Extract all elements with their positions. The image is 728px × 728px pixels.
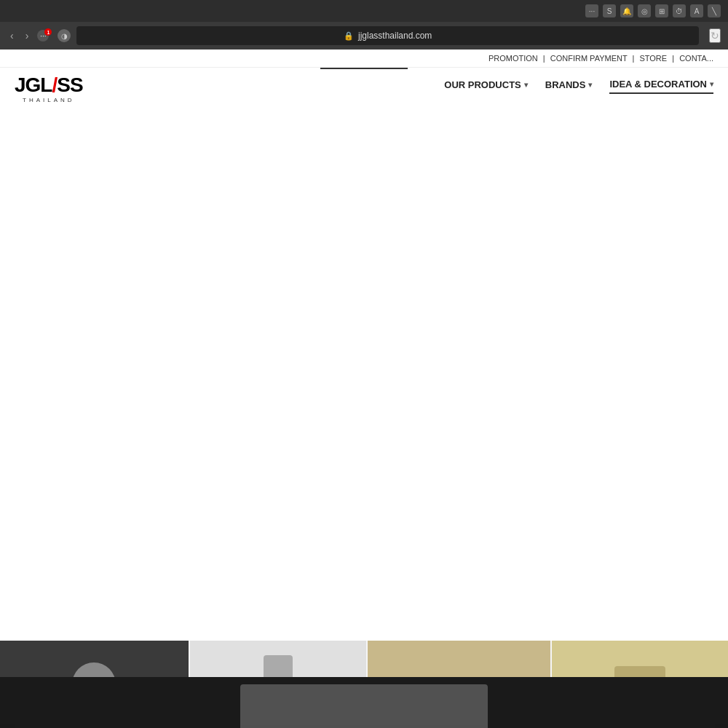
address-bar[interactable]: 🔒 jjglassthailand.com bbox=[76, 26, 699, 45]
main-header: JGL/SS THAILAND OUR PRODUCTS ▾ BRANDS ▾ … bbox=[0, 68, 728, 103]
history-icon: ⏱ bbox=[673, 4, 686, 17]
top-nav-promotion[interactable]: PROMOTION bbox=[488, 54, 538, 63]
logo-text: JGL/SS bbox=[15, 75, 83, 95]
nav-idea-decoration-caret: ▾ bbox=[710, 80, 713, 88]
top-nav-payment[interactable]: CONFIRM PAYMENT bbox=[550, 54, 628, 63]
browser-toolbar: ‹ › ··· 1 ◑ 🔒 jjglassthailand.com ↻ bbox=[0, 22, 728, 50]
logo-subtitle: THAILAND bbox=[23, 97, 75, 103]
more-icon: ╲ bbox=[708, 4, 721, 17]
nav-idea-decoration-label: IDEA & DECORATION bbox=[609, 79, 707, 90]
top-navigation: PROMOTION | CONFIRM PAYMENT | STORE | CO… bbox=[0, 50, 728, 68]
shield-icon[interactable]: ◑ bbox=[58, 29, 71, 42]
nav-brands[interactable]: BRANDS ▾ bbox=[545, 76, 593, 93]
top-nav-items: PROMOTION | CONFIRM PAYMENT | STORE | CO… bbox=[488, 54, 713, 63]
back-button[interactable]: ‹ bbox=[7, 28, 17, 43]
nav-our-products[interactable]: OUR PRODUCTS ▾ bbox=[444, 76, 527, 93]
lock-icon: 🔒 bbox=[344, 31, 354, 41]
nav-idea-decoration[interactable]: IDEA & DECORATION ▾ bbox=[609, 76, 713, 94]
forward-button[interactable]: › bbox=[23, 28, 32, 43]
share-icon: ◎ bbox=[638, 4, 651, 17]
nav-brands-label: BRANDS bbox=[545, 79, 586, 90]
main-navigation: OUR PRODUCTS ▾ BRANDS ▾ IDEA & DECORATIO… bbox=[444, 76, 713, 103]
website-content: PROMOTION | CONFIRM PAYMENT | STORE | CO… bbox=[0, 50, 728, 728]
cast-icon: 🔔 bbox=[620, 4, 633, 17]
notification-badge: 1 bbox=[44, 28, 52, 36]
nav-our-products-caret: ▾ bbox=[524, 81, 528, 89]
translate-icon: A bbox=[690, 4, 703, 17]
top-nav-store[interactable]: STORE bbox=[639, 54, 667, 63]
browser-titlebar: ··· S 🔔 ◎ ⊞ ⏱ A ╲ bbox=[0, 0, 728, 22]
toolbar-dots-icon: ··· bbox=[585, 4, 598, 17]
extensions-icon: ⊞ bbox=[655, 4, 668, 17]
logo[interactable]: JGL/SS THAILAND bbox=[15, 75, 83, 103]
header-divider bbox=[320, 68, 408, 69]
nav-our-products-label: OUR PRODUCTS bbox=[444, 79, 521, 90]
url-display: jjglassthailand.com bbox=[358, 31, 432, 41]
top-nav-contact[interactable]: CONTA... bbox=[679, 54, 713, 63]
browser-bottom-area bbox=[0, 677, 728, 728]
reload-button[interactable]: ↻ bbox=[709, 28, 721, 43]
logo-slash: / bbox=[52, 74, 57, 96]
bottom-thumb bbox=[240, 684, 488, 728]
nav-brands-caret: ▾ bbox=[588, 81, 592, 89]
notification-icon: S bbox=[603, 4, 616, 17]
